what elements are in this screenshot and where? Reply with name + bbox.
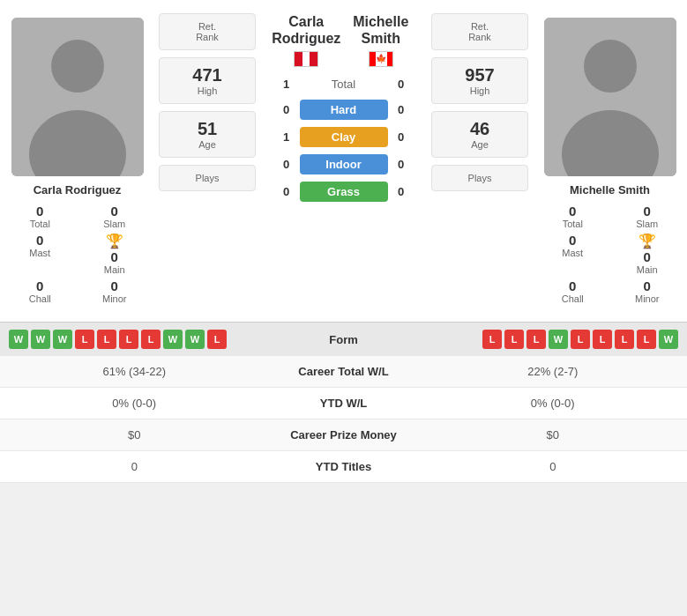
right-trophy-icon: 🏆 xyxy=(638,233,656,249)
stats-left-3: 0 xyxy=(13,460,256,473)
form-badge-l: L xyxy=(141,330,161,349)
grass-left-score: 0 xyxy=(273,185,300,198)
stats-table: 61% (34-22) Career Total W/L 22% (2-7) 0… xyxy=(0,356,687,483)
left-minor-stat: 0 Minor xyxy=(79,278,151,304)
hard-row: 0 Hard 0 xyxy=(269,100,418,120)
indoor-left-score: 0 xyxy=(273,158,300,171)
stats-row-2: $0 Career Prize Money $0 xyxy=(0,419,687,451)
left-flag-icon xyxy=(294,51,318,67)
right-minor-label: Minor xyxy=(635,293,660,304)
right-mast-stat: 0 Mast xyxy=(537,233,609,275)
clay-left-score: 1 xyxy=(273,130,300,144)
left-middle-stats: Ret. Rank 471 High 51 Age Plays xyxy=(154,9,260,313)
right-player-photo xyxy=(544,18,676,176)
main-container: Carla Rodriguez 0 Total 0 Slam 0 Mast 🏆 … xyxy=(0,0,687,483)
right-age-section: 46 Age xyxy=(431,111,528,158)
right-form-badges: LLLWLLLLW xyxy=(388,330,679,349)
left-mast-value: 0 xyxy=(36,233,43,248)
right-rank-section: Ret. Rank xyxy=(431,13,528,50)
comparison-section: Carla Rodriguez 0 Total 0 Slam 0 Mast 🏆 … xyxy=(0,0,687,322)
right-mast-value: 0 xyxy=(569,233,576,248)
left-total-label: Total xyxy=(30,219,50,229)
hard-right-score: 0 xyxy=(388,103,414,116)
form-badge-l: L xyxy=(637,330,656,349)
right-player-stats: 0 Total 0 Slam 0 Mast 🏆 0 Main 0 xyxy=(537,204,683,304)
right-chall-stat: 0 Chall xyxy=(537,278,609,304)
right-header-name: MichelleSmith xyxy=(353,13,408,47)
right-main-value: 0 xyxy=(644,249,651,264)
right-high-value: 957 xyxy=(437,65,523,85)
stats-center-0: Career Total W/L xyxy=(256,365,432,378)
left-mast-stat: 0 Mast xyxy=(4,233,76,275)
stats-center-2: Career Prize Money xyxy=(256,428,432,442)
stats-row-3: 0 YTD Titles 0 xyxy=(0,451,687,483)
right-total-score: 0 xyxy=(388,78,414,91)
left-form-badges: WWWLLLLWWL xyxy=(9,330,300,349)
svg-point-4 xyxy=(584,40,637,93)
right-rank-label: Rank xyxy=(437,32,523,42)
hard-badge: Hard xyxy=(300,100,388,120)
grass-row: 0 Grass 0 xyxy=(269,182,418,202)
clay-row: 1 Clay 0 xyxy=(269,127,418,147)
left-chall-stat: 0 Chall xyxy=(4,278,76,304)
total-label: Total xyxy=(300,78,388,91)
left-slam-value: 0 xyxy=(111,204,118,219)
hard-left-score: 0 xyxy=(273,103,300,116)
right-high-label: High xyxy=(437,85,523,96)
left-mast-label: Mast xyxy=(29,248,50,258)
stats-row-0: 61% (34-22) Career Total W/L 22% (2-7) xyxy=(0,356,687,388)
right-player-card: Michelle Smith 0 Total 0 Slam 0 Mast 🏆 0 xyxy=(533,9,687,313)
right-middle-stats: Ret. Rank 957 High 46 Age Plays xyxy=(427,9,533,313)
svg-point-1 xyxy=(51,40,104,93)
left-trophy-main: 🏆 0 Main xyxy=(79,233,151,275)
total-row: 1 Total 0 xyxy=(269,78,418,91)
left-high-section: 471 High xyxy=(159,57,256,104)
right-main-label: Main xyxy=(637,264,658,275)
stats-right-0: 22% (2-7) xyxy=(432,365,675,378)
form-badge-l: L xyxy=(119,330,138,349)
right-trophy-main: 🏆 0 Main xyxy=(612,233,683,275)
form-badge-l: L xyxy=(571,330,590,349)
grass-right-score: 0 xyxy=(388,185,414,198)
left-total-value: 0 xyxy=(36,204,43,219)
right-chall-value: 0 xyxy=(569,278,576,293)
left-player-stats: 0 Total 0 Slam 0 Mast 🏆 0 Main 0 xyxy=(4,204,150,304)
right-slam-value: 0 xyxy=(644,204,651,219)
right-total-value: 0 xyxy=(569,204,576,219)
form-badge-w: W xyxy=(659,330,678,349)
stats-left-1: 0% (0-0) xyxy=(13,397,256,410)
right-slam-label: Slam xyxy=(636,219,658,229)
left-main-value: 0 xyxy=(111,249,118,264)
stats-center-1: YTD W/L xyxy=(256,397,432,410)
right-high-section: 957 High xyxy=(431,57,528,104)
right-slam-stat: 0 Slam xyxy=(612,204,683,229)
left-slam-stat: 0 Slam xyxy=(79,204,151,229)
stats-right-3: 0 xyxy=(432,460,675,473)
left-flag xyxy=(294,50,318,68)
clay-right-score: 0 xyxy=(388,130,414,144)
left-trophy-icon: 🏆 xyxy=(106,233,123,249)
left-plays-label: Plays xyxy=(164,173,250,183)
right-ret-label: Ret. xyxy=(437,21,523,32)
right-plays-section: Plays xyxy=(431,165,528,191)
right-player-name: Michelle Smith xyxy=(570,183,650,197)
form-badge-l: L xyxy=(526,330,546,349)
left-chall-label: Chall xyxy=(29,293,51,304)
center-column: CarlaRodriguez MichelleSmith 1 Total 0 xyxy=(260,9,427,313)
indoor-badge: Indoor xyxy=(300,154,388,174)
indoor-row: 0 Indoor 0 xyxy=(269,154,418,174)
form-badge-l: L xyxy=(504,330,524,349)
indoor-right-score: 0 xyxy=(388,158,414,171)
grass-badge: Grass xyxy=(300,182,388,202)
right-minor-value: 0 xyxy=(644,278,651,293)
right-mast-label: Mast xyxy=(562,248,583,258)
left-minor-value: 0 xyxy=(111,278,118,293)
left-high-value: 471 xyxy=(164,65,250,85)
form-badge-w: W xyxy=(31,330,50,349)
right-flag xyxy=(369,50,393,68)
left-ret-label: Ret. xyxy=(164,21,250,32)
right-header: MichelleSmith xyxy=(344,13,419,68)
right-age-label: Age xyxy=(437,139,523,150)
stats-right-2: $0 xyxy=(432,428,675,442)
right-age-value: 46 xyxy=(437,119,523,139)
